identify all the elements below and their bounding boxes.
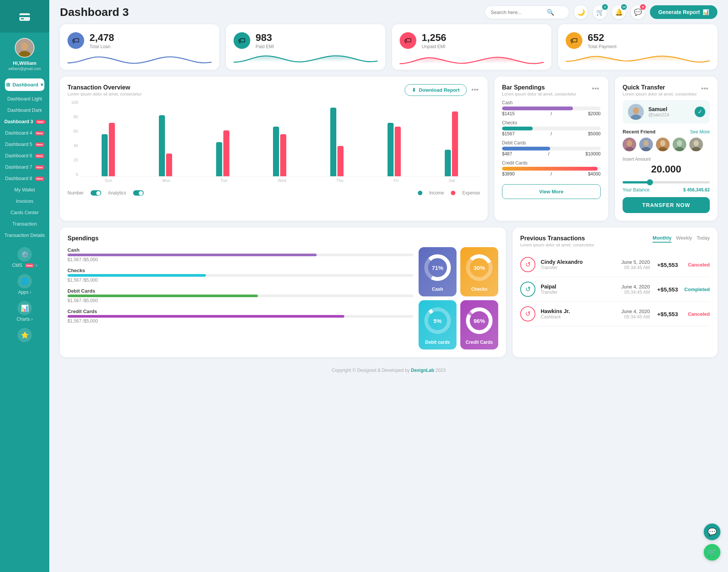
analytics-label: Analytics: [108, 190, 126, 196]
tile-debit[interactable]: 5% Debit cards: [419, 300, 457, 349]
chevron-down-icon: ▾: [41, 82, 43, 88]
credit-current: $3890: [502, 171, 515, 177]
page-title: Dashboard 3: [60, 6, 129, 19]
view-more-button[interactable]: View More: [502, 184, 601, 199]
support-fab[interactable]: 💬: [704, 523, 720, 540]
download-report-label: Download Report: [419, 87, 460, 93]
bars-sun: [102, 100, 115, 176]
stat-card-paid-emi: 🏷 983 Paid EMI: [226, 24, 385, 70]
rf-avatar-3[interactable]: [656, 138, 670, 151]
income-label: Income: [429, 190, 444, 196]
bar-spendings-card: Bar Spendings Lorem ipsum dolor sit amet…: [494, 77, 608, 221]
analytics-toggle[interactable]: [133, 190, 144, 196]
sidebar-item-dashboard-7[interactable]: Dashboard 7New: [0, 161, 49, 173]
amount-slider[interactable]: [623, 181, 710, 183]
tile-checks[interactable]: 30% Checks: [460, 247, 498, 296]
checks-fill: [502, 127, 533, 130]
sidebar-item-invoices[interactable]: Invoices: [0, 196, 49, 207]
credit-track: [502, 167, 601, 171]
svg-rect-2: [21, 18, 24, 19]
sidebar-item-dashboard-5[interactable]: Dashboard 5New: [0, 139, 49, 150]
favorites-btn[interactable]: ⭐: [5, 324, 44, 345]
cash-fill: [502, 107, 573, 110]
sidebar-item-transaction[interactable]: Transaction: [0, 218, 49, 230]
more-options-button[interactable]: •••: [470, 85, 480, 95]
charts-btn[interactable]: 📊 Charts ›: [5, 297, 44, 324]
bar-spendings-subtitle: Lorem ipsum dolor sit amet, consectetur: [502, 92, 576, 96]
spending-credit: Credit Cards $1,567 /$5,000: [67, 309, 413, 324]
sidebar-item-dashboard-4[interactable]: Dashboard 4New: [0, 127, 49, 139]
sidebar-item-dashboard-6[interactable]: Dashboard 6New: [0, 150, 49, 161]
sidebar-item-dashboard-8[interactable]: Dashboard 8New: [0, 173, 49, 184]
sidebar-item-mywallet[interactable]: My Wallet: [0, 184, 49, 196]
sidebar-item-transaction-details[interactable]: Transaction Details: [0, 230, 49, 241]
tile-cash[interactable]: 71% Cash: [419, 247, 457, 296]
see-more-link[interactable]: See More: [690, 129, 710, 135]
bell-btn[interactable]: 🔔 12: [612, 5, 626, 19]
sidebar-item-dashboard-3[interactable]: Dashboard 3New: [0, 116, 49, 127]
transfer-now-button[interactable]: TRANSFER NOW: [623, 197, 710, 213]
tx-row-3: ↺ Hawkins Jr. Cashback June 4, 2020 05:3…: [520, 302, 710, 326]
sidebar: Hi,William william@gmail.com ⊞ Dashboard…: [0, 0, 49, 572]
cms-btn[interactable]: ⚙️ CMS New ›: [5, 243, 44, 270]
spending-row-debit: Debit Cards $487 /$10000: [502, 140, 601, 157]
tab-today[interactable]: Today: [697, 235, 710, 243]
tab-monthly[interactable]: Monthly: [653, 235, 672, 243]
tx-icon-cancel-3: ↺: [520, 306, 535, 321]
insert-amount-value: 20.000: [623, 163, 710, 175]
svg-rect-1: [19, 15, 30, 17]
tx-details-2: Paipal Transfer: [541, 284, 616, 295]
paid-emi-label: Paid EMI: [256, 44, 274, 49]
tile-credit[interactable]: 96% Credit Cards: [460, 300, 498, 349]
chart-bar-icon: 📊: [703, 9, 709, 15]
quick-transfer-title: Quick Transfer: [623, 84, 697, 91]
content-row-1: Transaction Overview Lorem ipsum dolor s…: [49, 77, 728, 227]
search-box[interactable]: 🔍: [485, 6, 569, 19]
rf-avatar-4[interactable]: [673, 138, 686, 151]
search-input[interactable]: [491, 9, 544, 15]
svg-point-19: [677, 140, 682, 146]
cart-fab[interactable]: 🛒: [704, 544, 720, 561]
footer-brand[interactable]: DexignLab: [411, 368, 434, 373]
bar-teal: [273, 127, 279, 176]
recent-friend-label: Recent Friend: [623, 129, 656, 135]
bars-thu: [330, 100, 344, 176]
chart-legend: Number Analytics Income Expense: [67, 190, 480, 196]
sidebar-item-dashboard-light[interactable]: Dashboard Light: [0, 93, 49, 105]
bar-spendings-more-button[interactable]: •••: [590, 84, 601, 94]
total-loan-value: 2,478: [89, 32, 114, 44]
chevron-right-icon: ›: [36, 263, 37, 268]
apps-btn[interactable]: 🌐 Apps ›: [5, 270, 44, 297]
balance-label: Your Balance: [623, 187, 650, 193]
spendings-card: Spendings Cash $1,567 /$5,000 Checks $1,…: [60, 227, 506, 357]
rf-avatar-5[interactable]: [689, 138, 703, 151]
expense-dot: [451, 191, 455, 195]
quick-transfer-more-button[interactable]: •••: [700, 84, 710, 94]
number-toggle[interactable]: [91, 190, 101, 196]
cash-track: [502, 107, 601, 110]
rf-avatar-1[interactable]: [623, 138, 636, 151]
cart-btn[interactable]: 🛒 2: [593, 5, 607, 19]
msg-badge: 5: [640, 4, 646, 10]
bar-red: [452, 111, 458, 176]
dashboard-toggle-btn[interactable]: ⊞ Dashboard ▾: [5, 78, 44, 91]
sidebar-logo: [0, 0, 49, 33]
paid-emi-icon: 🏷: [234, 32, 250, 49]
sidebar-item-dashboard-dark[interactable]: Dashboard Dark: [0, 105, 49, 116]
bell-badge: 12: [621, 4, 627, 10]
download-report-button[interactable]: ⬇ Download Report: [405, 84, 467, 96]
donut-credit-text: 96%: [474, 318, 485, 324]
tab-weekly[interactable]: Weekly: [676, 235, 692, 243]
charts-icon: 📊: [17, 301, 32, 315]
transaction-overview-title: Transaction Overview: [67, 84, 142, 91]
rf-avatar-2[interactable]: [639, 138, 653, 151]
moon-btn[interactable]: 🌙: [574, 5, 588, 19]
generate-report-button[interactable]: Generate Report 📊: [650, 5, 717, 19]
qt-check-icon: ✓: [695, 107, 705, 117]
quick-transfer-user[interactable]: Samuel @sam224 ✓: [623, 100, 710, 124]
msg-btn[interactable]: 💬 5: [631, 5, 645, 19]
sidebar-user: Hi,William william@gmail.com: [0, 33, 49, 75]
bar-teal: [330, 108, 336, 176]
sidebar-item-cards-center[interactable]: Cards Center: [0, 207, 49, 218]
tx-details-1: Cindy Alexandro Transfer: [541, 259, 616, 270]
